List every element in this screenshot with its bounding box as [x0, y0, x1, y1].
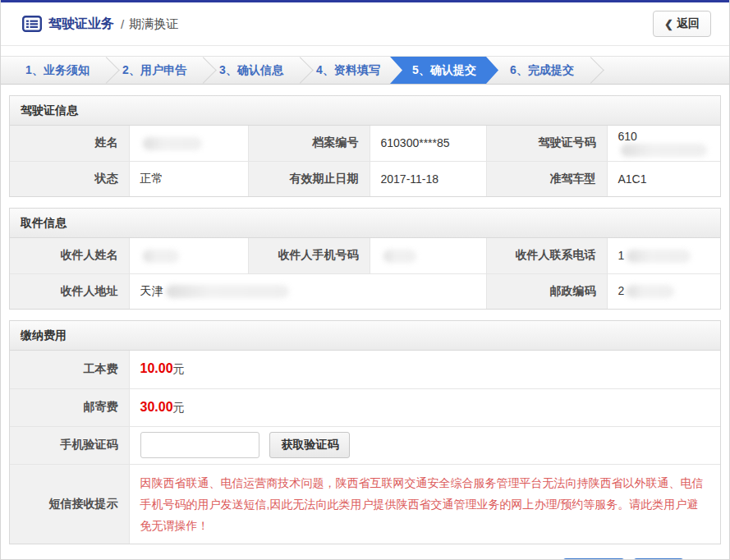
license-number-prefix: 610 [618, 130, 637, 143]
valid-until-value: 2017-11-18 [370, 161, 486, 196]
masked-value [383, 250, 416, 263]
masked-value [166, 285, 289, 298]
masked-value [143, 250, 179, 263]
step-6-complete-submit[interactable]: 6、完成提交 [494, 57, 590, 84]
pickup-info-title: 取件信息 [10, 209, 720, 238]
step-3-confirm-info[interactable]: 3、确认信息 [203, 57, 300, 84]
masked-value [621, 144, 707, 157]
license-info-section: 驾驶证信息 姓名 档案编号 610300****85 驾驶证号码 610 状态 … [9, 95, 721, 197]
license-info-table: 姓名 档案编号 610300****85 驾驶证号码 610 状态 正常 有效期… [10, 126, 720, 196]
table-row: 收件人地址 天津 邮政编码 2 [10, 273, 720, 309]
table-row: 姓名 档案编号 610300****85 驾驶证号码 610 [10, 126, 720, 161]
table-row: 状态 正常 有效期止日期 2017-11-18 准驾车型 A1C1 [10, 161, 720, 196]
valid-until-label: 有效期止日期 [248, 161, 370, 196]
pickup-info-table: 收件人姓名 收件人手机号码 收件人联系电话 1 收件人地址 天津 邮政编码 2 [10, 238, 720, 309]
table-row: 手机验证码 获取验证码 [10, 426, 720, 464]
license-number-label: 驾驶证号码 [486, 126, 607, 161]
fees-section: 缴纳费用 工本费 10.00元 邮寄费 30.00元 手机验证码 获取验证码 [9, 320, 721, 544]
recipient-phone-value: 1 [607, 238, 720, 273]
production-fee-value: 10.00元 [129, 351, 720, 388]
recipient-address-value: 天津 [129, 273, 486, 309]
file-number-value: 610300****85 [370, 126, 486, 161]
table-row: 收件人姓名 收件人手机号码 收件人联系电话 1 [10, 238, 720, 273]
fees-title: 缴纳费用 [10, 321, 720, 351]
masked-value [143, 137, 202, 150]
step-label: 6、完成提交 [510, 63, 574, 78]
sms-notice-text: 因陕西省联通、电信运营商技术问题，陕西省互联网交通安全综合服务管理平台无法向持陕… [140, 465, 721, 544]
sms-notice-label: 短信接收提示 [10, 464, 129, 544]
postage-fee-amount: 30.00 [140, 400, 173, 414]
step-label: 4、资料填写 [316, 63, 380, 78]
step-2-user-declaration[interactable]: 2、用户申告 [106, 57, 203, 84]
page: 驾驶证业务 / 期满换证 ❮ 返回 1、业务须知 2、用户申告 3、确认信息 4… [0, 0, 730, 560]
recipient-mobile-label: 收件人手机号码 [248, 238, 370, 273]
get-sms-code-button[interactable]: 获取验证码 [269, 432, 350, 458]
masked-value [627, 250, 691, 263]
recipient-address-prefix: 天津 [140, 284, 163, 297]
license-service-list-icon [22, 16, 42, 32]
step-label: 2、用户申告 [122, 63, 186, 78]
postage-fee-label: 邮寄费 [10, 388, 129, 426]
recipient-address-label: 收件人地址 [10, 273, 129, 309]
step-label: 5、确认提交 [412, 63, 476, 78]
license-info-title: 驾驶证信息 [10, 96, 720, 126]
sms-code-input[interactable] [140, 432, 259, 458]
production-fee-unit: 元 [173, 362, 185, 375]
recipient-mobile-value [370, 238, 486, 273]
recipient-phone-label: 收件人联系电话 [486, 238, 607, 273]
postage-fee-value: 30.00元 [129, 388, 720, 426]
sms-code-label: 手机验证码 [10, 426, 129, 464]
sms-code-cell: 获取验证码 [129, 426, 720, 464]
breadcrumb-current: 期满换证 [129, 16, 178, 32]
page-title: 驾驶证业务 [48, 16, 114, 33]
postal-code-prefix: 2 [618, 284, 625, 297]
file-number-label: 档案编号 [248, 126, 370, 161]
status-value: 正常 [129, 161, 248, 196]
masked-value [627, 285, 674, 298]
breadcrumb-separator: / [121, 17, 124, 31]
fees-table: 工本费 10.00元 邮寄费 30.00元 手机验证码 获取验证码 短信接收提 [10, 351, 720, 544]
vehicle-class-label: 准驾车型 [486, 161, 607, 196]
recipient-name-label: 收件人姓名 [10, 238, 129, 273]
postal-code-value: 2 [607, 273, 720, 309]
table-row: 工本费 10.00元 [10, 351, 720, 388]
back-button[interactable]: ❮ 返回 [653, 11, 711, 37]
recipient-name-value [129, 238, 248, 273]
pickup-info-section: 取件信息 收件人姓名 收件人手机号码 收件人联系电话 1 收件人地址 天津 邮政… [9, 208, 721, 310]
back-button-label: 返回 [677, 16, 700, 31]
postage-fee-unit: 元 [173, 401, 185, 414]
table-row: 短信接收提示 因陕西省联通、电信运营商技术问题，陕西省互联网交通安全综合服务管理… [10, 464, 720, 544]
table-row: 邮寄费 30.00元 [10, 388, 720, 426]
chevron-left-icon: ❮ [664, 18, 673, 30]
production-fee-label: 工本费 [10, 351, 129, 388]
status-label: 状态 [10, 161, 129, 196]
step-separator-icon [577, 57, 604, 84]
vehicle-class-value: A1C1 [607, 161, 720, 196]
header: 驾驶证业务 / 期满换证 ❮ 返回 [1, 2, 729, 46]
step-label: 3、确认信息 [219, 63, 283, 78]
step-5-confirm-submit-active[interactable]: 5、确认提交 [390, 57, 498, 84]
step-label: 1、业务须知 [25, 63, 90, 78]
step-1-business-notice[interactable]: 1、业务须知 [9, 57, 106, 84]
step-4-fill-materials[interactable]: 4、资料填写 [300, 57, 397, 84]
license-number-value: 610 [607, 126, 720, 161]
wizard-steps: 1、业务须知 2、用户申告 3、确认信息 4、资料填写 5、确认提交 6、完成提… [1, 56, 729, 85]
recipient-phone-prefix: 1 [618, 249, 625, 262]
sms-notice-cell: 因陕西省联通、电信运营商技术问题，陕西省互联网交通安全综合服务管理平台无法向持陕… [129, 464, 720, 544]
production-fee-amount: 10.00 [140, 361, 173, 375]
name-label: 姓名 [10, 126, 129, 161]
name-value [129, 126, 248, 161]
postal-code-label: 邮政编码 [486, 273, 607, 309]
